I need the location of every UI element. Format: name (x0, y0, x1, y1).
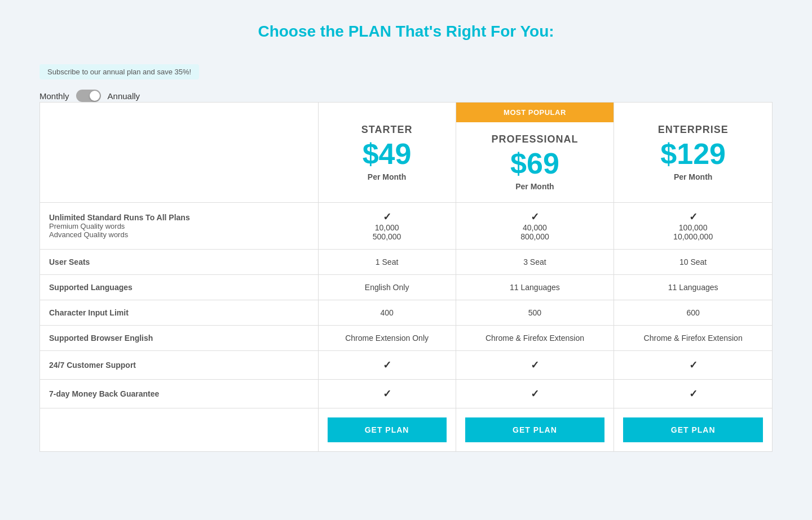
enterprise-money-back: ✓ (614, 380, 773, 408)
starter-header: STARTER $49 Per Month (318, 103, 456, 203)
starter-seats: 1 Seat (318, 250, 456, 275)
starter-runs: ✓ 10,000 500,000 (318, 203, 456, 250)
enterprise-languages: 11 Languages (614, 275, 773, 300)
billing-area: Subscribe to our annual plan and save 35… (39, 57, 773, 102)
starter-plan-name: STARTER (328, 124, 447, 136)
starter-cta-cell: GET PLAN (318, 408, 456, 452)
feature-label-browser: Supported Browser English (40, 326, 319, 351)
starter-runs-val2: 500,000 (328, 232, 447, 241)
starter-browser: Chrome Extension Only (318, 326, 456, 351)
cta-empty-cell (40, 408, 319, 452)
professional-languages: 11 Languages (456, 275, 614, 300)
starter-money-back: ✓ (318, 380, 456, 408)
professional-char-limit: 500 (456, 300, 614, 326)
enterprise-support: ✓ (614, 351, 773, 380)
professional-runs-val2: 800,000 (465, 232, 605, 241)
starter-header-inner: STARTER $49 Per Month (319, 113, 456, 193)
enterprise-plan-name: ENTERPRISE (623, 124, 763, 136)
feature-row-browser: Supported Browser English Chrome Extensi… (40, 326, 773, 351)
annually-label: Annually (108, 91, 140, 101)
cta-row: GET PLAN GET PLAN GET PLAN (40, 408, 773, 452)
billing-toggle: Monthly Annually (39, 90, 140, 102)
feature-label-support: 24/7 Customer Support (40, 351, 319, 380)
enterprise-header: ENTERPRISE $129 Per Month (614, 103, 773, 203)
professional-plan-name: PROFESSIONAL (465, 134, 605, 145)
professional-support: ✓ (456, 351, 614, 380)
professional-cta-cell: GET PLAN (456, 408, 614, 452)
professional-money-back: ✓ (456, 380, 614, 408)
professional-plan-price: $69 (465, 148, 605, 180)
starter-plan-period: Per Month (328, 172, 447, 181)
feature-label-sub1: Premium Quality words (49, 222, 309, 230)
empty-header-cell (40, 103, 319, 203)
enterprise-support-check: ✓ (689, 359, 698, 371)
starter-support-check: ✓ (383, 359, 391, 371)
enterprise-money-back-check: ✓ (689, 388, 698, 399)
feature-row-char-limit: Character Input Limit 400 500 600 (40, 300, 773, 326)
professional-runs-check: ✓ (465, 211, 605, 223)
professional-plan-period: Per Month (465, 182, 605, 191)
professional-header-inner: PROFESSIONAL $69 Per Month (456, 122, 614, 202)
starter-get-plan-button[interactable]: GET PLAN (328, 417, 447, 442)
feature-row-support: 24/7 Customer Support ✓ ✓ ✓ (40, 351, 773, 380)
enterprise-runs: ✓ 100,000 10,000,000 (614, 203, 773, 250)
subscribe-banner: Subscribe to our annual plan and save 35… (39, 64, 199, 79)
enterprise-plan-period: Per Month (623, 172, 763, 181)
feature-label-money-back: 7-day Money Back Guarantee (40, 380, 319, 408)
starter-runs-val1: 10,000 (328, 223, 447, 232)
feature-label-main: Unlimited Standard Runs To All Plans (49, 213, 309, 222)
starter-char-limit: 400 (318, 300, 456, 326)
toggle-thumb (90, 91, 100, 101)
enterprise-seats: 10 Seat (614, 250, 773, 275)
enterprise-plan-price: $129 (623, 138, 763, 170)
page-container: Choose the PLAN That's Right For You: Su… (39, 23, 773, 452)
professional-header: MOST POPULAR PROFESSIONAL $69 Per Month (456, 103, 614, 203)
feature-row-runs: Unlimited Standard Runs To All Plans Pre… (40, 203, 773, 250)
feature-row-money-back: 7-day Money Back Guarantee ✓ ✓ ✓ (40, 380, 773, 408)
enterprise-char-limit: 600 (614, 300, 773, 326)
starter-plan-price: $49 (328, 138, 447, 170)
billing-toggle-switch[interactable] (76, 90, 101, 102)
starter-support: ✓ (318, 351, 456, 380)
feature-row-seats: User Seats 1 Seat 3 Seat 10 Seat (40, 250, 773, 275)
enterprise-browser: Chrome & Firefox Extension (614, 326, 773, 351)
plan-header-row: STARTER $49 Per Month MOST POPULAR PROFE… (40, 103, 773, 203)
professional-browser: Chrome & Firefox Extension (456, 326, 614, 351)
professional-money-back-check: ✓ (531, 388, 539, 399)
starter-languages: English Only (318, 275, 456, 300)
professional-get-plan-button[interactable]: GET PLAN (465, 417, 605, 442)
starter-money-back-check: ✓ (383, 388, 391, 399)
feature-label-languages: Supported Languages (40, 275, 319, 300)
page-title: Choose the PLAN That's Right For You: (39, 23, 773, 41)
pricing-table: STARTER $49 Per Month MOST POPULAR PROFE… (39, 102, 773, 452)
professional-runs: ✓ 40,000 800,000 (456, 203, 614, 250)
professional-runs-val1: 40,000 (465, 223, 605, 232)
feature-row-languages: Supported Languages English Only 11 Lang… (40, 275, 773, 300)
feature-label-runs: Unlimited Standard Runs To All Plans Pre… (40, 203, 319, 250)
enterprise-get-plan-button[interactable]: GET PLAN (623, 417, 763, 442)
starter-runs-check: ✓ (328, 211, 447, 223)
enterprise-runs-val2: 10,000,000 (623, 232, 763, 241)
enterprise-runs-val1: 100,000 (623, 223, 763, 232)
professional-seats: 3 Seat (456, 250, 614, 275)
enterprise-runs-check: ✓ (623, 211, 763, 223)
feature-label-seats: User Seats (40, 250, 319, 275)
enterprise-cta-cell: GET PLAN (614, 408, 773, 452)
professional-support-check: ✓ (531, 359, 539, 371)
most-popular-banner: MOST POPULAR (456, 103, 614, 122)
feature-label-char-limit: Character Input Limit (40, 300, 319, 326)
enterprise-header-inner: ENTERPRISE $129 Per Month (614, 113, 772, 193)
monthly-label: Monthly (39, 91, 69, 101)
feature-label-sub2: Advanced Quality words (49, 230, 309, 239)
